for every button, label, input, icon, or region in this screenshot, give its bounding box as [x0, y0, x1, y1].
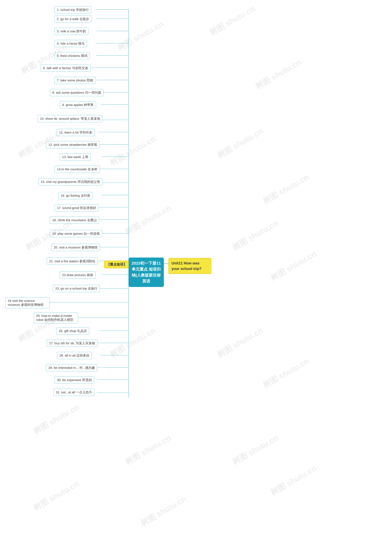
branch-30: 30. be expensive 昂贵的 [55, 376, 94, 384]
branch-29: 29. be interested in... 对...感兴趣 [46, 364, 97, 371]
watermark: 树图 shutu.cn [261, 172, 311, 207]
branch-21: 21. visit a fire station 参观消防站 [47, 258, 98, 265]
branch-20: 20. visit a museum 参观博物馆 [51, 244, 100, 251]
branch-11: 11. learn a lot 学到许多 [57, 129, 95, 136]
watermark: 树图 shutu.cn [108, 134, 158, 168]
watermark: 树图 shutu.cn [123, 432, 173, 467]
branch-23: 23. go on a school trip 去旅行 [53, 285, 100, 292]
watermark: 树图 shutu.cn [230, 218, 280, 253]
branch-25: 25. how to make a model robot 如何制作机器人模型 [34, 312, 78, 324]
branch-16: 16. go fishing 去钓鱼 [58, 192, 93, 199]
central-title: 2023初一下册11单元重点 短语归纳|人教版新目标英语 [132, 261, 161, 283]
branch-14: 14.In the countryside 在乡村 [55, 166, 100, 173]
watermark: 树图 shutu.cn [269, 248, 318, 283]
branch-17: 17. sound good 听起来很好 [55, 204, 99, 211]
watermark: 树图 shutu.cn [230, 432, 280, 467]
branch-1: 1. school trip 学校旅行 [54, 6, 91, 14]
branch-26: 26. gift shop 礼品店 [56, 327, 89, 335]
branch-10: 10. show sb. around splace. 带某人逛某地 [37, 115, 103, 122]
branch-13: 13. last week 上周 [60, 153, 91, 161]
branch-2: 2. go for a walk 去散步 [54, 15, 92, 23]
branch-31: 31. not...at all 一点儿也不 [53, 389, 94, 396]
branch-22: 22.draw pictures 画画 [60, 271, 96, 279]
branch-8: 8. ask some questions 问一些问题 [50, 89, 104, 96]
branch-6: 6. talk with a farmer 与农民交谈 [41, 64, 90, 72]
branch-19: 19. play some games 玩一些游戏 [50, 230, 102, 237]
watermark: 树图 shutu.cn [108, 325, 158, 360]
watermark: 树图 shutu.cn [123, 202, 173, 238]
watermark: 树图 shutu.cn [31, 402, 81, 437]
mind-map: 树图 shutu.cn 树图 shutu.cn 树图 shutu.cn 树图 s… [0, 0, 392, 535]
branch-5: 5. feed chickens 喂鸡 [54, 52, 90, 59]
watermark: 树图 shutu.cn [116, 19, 165, 53]
branch-3: 3. milk a cow 挤牛奶 [54, 28, 88, 35]
branch-4: 4. ride a horse 骑马 [54, 40, 87, 47]
right-node: Unit11 How was your school trip? [168, 258, 211, 274]
watermark: 树图 shutu.cn [139, 494, 188, 529]
branch-24: 24 visit the science museum 参观科技博物馆 [5, 297, 50, 308]
watermark: 树图 shutu.cn [207, 3, 257, 38]
watermark: 树图 shutu.cn [31, 478, 81, 513]
branch-15: 15. visit my grandparents 拜访我的祖父母 [38, 178, 103, 186]
branch-7: 7. take some photos 照相 [54, 77, 96, 84]
watermark: 树图 shutu.cn [269, 463, 318, 498]
central-node: 2023初一下册11单元重点 短语归纳|人教版新目标英语 [129, 258, 164, 287]
branch-28: 28. all in all 总得来说 [57, 352, 92, 359]
branch-9: 9. grow apples 种苹果 [60, 101, 96, 109]
watermark: 树图 shutu.cn [215, 325, 265, 360]
branch-12: 12. pick some strawberries 摘草莓 [46, 141, 100, 148]
label-node: 【重点短语】 [104, 261, 129, 268]
watermark: 树图 shutu.cn [261, 356, 311, 391]
watermark: 树图 shutu.cn [215, 126, 265, 161]
right-node-text: Unit11 How was your school trip? [172, 261, 201, 271]
branch-27: 27. buy sth for sb. 为某人买某物 [47, 339, 97, 347]
branch-18: 18. climb the mountains 去爬山 [50, 216, 99, 224]
watermark: 树图 shutu.cn [253, 57, 303, 92]
